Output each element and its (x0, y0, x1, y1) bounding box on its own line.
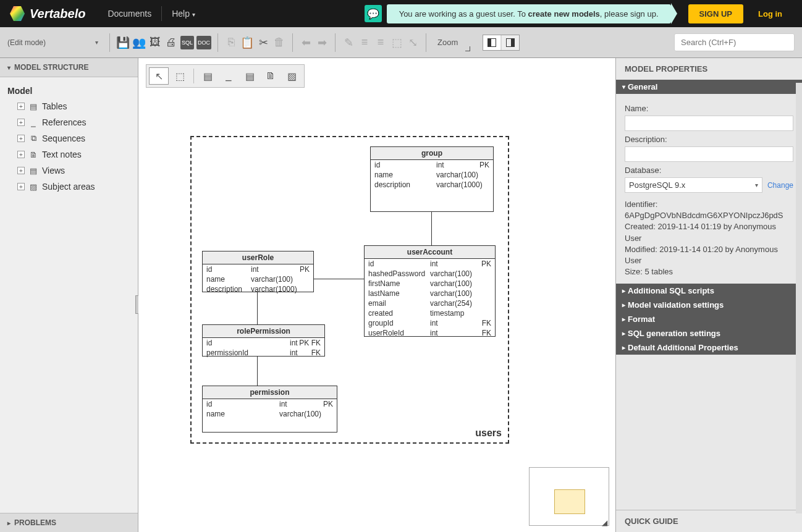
model-structure-header[interactable]: ▾MODEL STRUCTURE (0, 58, 138, 77)
image-icon[interactable]: 🖼 (148, 36, 162, 49)
identifier-label: Identifier: (625, 199, 793, 210)
expand-icon[interactable]: + (17, 119, 25, 126)
redo-icon[interactable]: ➡ (315, 36, 329, 49)
search-input[interactable] (674, 33, 795, 51)
table-rolepermission[interactable]: rolePermissionidintPK FKpermissionIdintF… (202, 324, 325, 357)
align-right-icon[interactable]: ≡ (374, 36, 387, 49)
save-icon[interactable]: 💾 (116, 36, 130, 49)
table-tool[interactable]: ▤ (198, 67, 217, 85)
nav-documents[interactable]: Documents (98, 9, 161, 19)
chat-icon[interactable]: 💬 (365, 5, 382, 22)
distribute-icon[interactable]: ⬚ (390, 36, 403, 49)
database-select[interactable]: PostgreSQL 9.x▾ (625, 177, 762, 193)
section-sql-generation-settings[interactable]: ▸SQL generation settings (616, 326, 802, 340)
toolbar: (Edit mode)▾ 💾 👥 🖼 🖨 SQL DOC ⎘ 📋 ✂ 🗑 ⬅ ➡… (0, 27, 802, 58)
marquee-tool[interactable]: ⬚ (170, 67, 190, 85)
tree-root[interactable]: Model (5, 83, 133, 98)
note-tool[interactable]: 🗎 (261, 67, 281, 85)
brand-text: Vertabelo (30, 7, 85, 21)
created-text: Created: 2019-11-14 01:19 by Anonymous U… (625, 221, 793, 243)
view-right-panel-button[interactable] (502, 35, 519, 50)
table-useraccount[interactable]: userAccountidintPKhashedPasswordvarchar(… (364, 245, 496, 337)
tree-item-views[interactable]: +▤Views (5, 163, 133, 179)
modified-text: Modified: 2019-11-14 01:20 by Anonymous … (625, 244, 793, 266)
database-label: Database: (625, 166, 793, 175)
tree-item-label: Tables (42, 101, 67, 111)
canvas-toolbar: ↖ ⬚ ▤ ⎯ ▤ 🗎 ▨ (146, 64, 305, 88)
expand-icon[interactable]: + (17, 183, 25, 190)
tree-item-text-notes[interactable]: +🗎Text notes (5, 146, 133, 163)
description-label: Description: (625, 135, 793, 144)
table-column: permissionIdintFK (203, 348, 324, 358)
area-tool[interactable]: ▨ (282, 67, 302, 85)
view-tool[interactable]: ▤ (240, 67, 260, 85)
connector (431, 212, 432, 245)
arrange-icon[interactable]: ⤡ (406, 36, 420, 49)
zoom-label[interactable]: Zoom (433, 38, 463, 47)
table-permission[interactable]: permissionidintPKnamevarchar(100) (202, 386, 337, 433)
section-additional-sql-scripts[interactable]: ▸Additional SQL scripts (616, 284, 802, 298)
name-field[interactable] (625, 116, 793, 131)
guest-banner: 💬 You are working as a guest user. To cr… (365, 4, 792, 23)
banner-text: You are working as a guest user. To crea… (387, 4, 671, 23)
sql-icon[interactable]: SQL (180, 36, 194, 49)
tree-item-subject-areas[interactable]: +▨Subject areas (5, 179, 133, 195)
section-model-validation-settings[interactable]: ▸Model validation settings (616, 298, 802, 312)
minimap[interactable]: ◢ (529, 467, 609, 526)
section-default-additional-properties[interactable]: ▸Default Additional Properties (616, 340, 802, 355)
zoom-resize-icon[interactable] (465, 46, 470, 51)
table-column: idintPK FK (203, 338, 324, 348)
tree-item-icon: ▤ (28, 102, 38, 111)
align-left-icon[interactable]: ≡ (358, 36, 371, 49)
signup-button[interactable]: SIGN UP (688, 4, 743, 23)
connector (257, 357, 258, 386)
top-header: Vertabelo Documents Help ▾ 💬 You are wor… (0, 0, 802, 27)
tree-item-references[interactable]: +⎯References (5, 114, 133, 130)
table-group[interactable]: groupidintPKnamevarchar(100)descriptionv… (370, 146, 494, 212)
tree-item-sequences[interactable]: +⧉Sequences (5, 130, 133, 146)
logo[interactable]: Vertabelo (10, 6, 85, 21)
minimap-viewport[interactable] (554, 489, 585, 514)
expand-icon[interactable]: + (17, 167, 25, 174)
nav-help[interactable]: Help ▾ (162, 9, 205, 19)
table-userrole[interactable]: userRoleidintPKnamevarchar(100)descripti… (202, 251, 314, 292)
scrollbar[interactable] (796, 83, 802, 513)
cut-icon[interactable]: ✂ (256, 36, 270, 49)
properties-panel: MODEL PROPERTIES ▾General Name: Descript… (615, 58, 802, 532)
problems-header[interactable]: ▸PROBLEMS (0, 513, 138, 532)
quick-guide-header[interactable]: QUICK GUIDE (616, 510, 802, 532)
expand-icon[interactable]: + (17, 103, 25, 110)
expand-icon[interactable]: + (17, 135, 25, 142)
properties-title: MODEL PROPERTIES (616, 58, 802, 80)
edit-mode-label[interactable]: (Edit mode)▾ (7, 38, 98, 47)
tree-item-tables[interactable]: +▤Tables (5, 98, 133, 114)
pointer-tool[interactable]: ↖ (149, 67, 169, 85)
canvas[interactable]: ↖ ⬚ ▤ ⎯ ▤ 🗎 ▨ users groupidintPKnamevarc… (138, 58, 615, 532)
expand-icon[interactable]: + (17, 151, 25, 158)
name-label: Name: (625, 104, 793, 113)
change-link[interactable]: Change (767, 181, 793, 190)
view-left-panel-button[interactable] (483, 35, 500, 50)
undo-icon[interactable]: ⬅ (299, 36, 313, 49)
table-header: group (371, 147, 493, 160)
print-icon[interactable]: 🖨 (164, 36, 178, 49)
edit-icon[interactable]: ✎ (342, 36, 355, 49)
table-column: idintPK (365, 259, 495, 269)
identifier-value: 6APgDgPOVbNBdcdmG6XPYONIpczJ6pdS (625, 210, 793, 221)
general-body: Name: Description: Database: PostgreSQL … (616, 94, 802, 284)
doc-icon[interactable]: DOC (196, 36, 211, 49)
connector (257, 292, 258, 324)
share-icon[interactable]: 👥 (132, 36, 146, 49)
paste-icon[interactable]: 📋 (240, 36, 254, 49)
login-link[interactable]: Log in (748, 9, 792, 19)
copy-icon[interactable]: ⎘ (224, 36, 238, 49)
section-general[interactable]: ▾General (616, 80, 802, 94)
table-header: permission (203, 386, 337, 399)
table-column: emailvarchar(254) (365, 298, 495, 308)
description-field[interactable] (625, 146, 793, 162)
reference-tool[interactable]: ⎯ (219, 67, 238, 85)
section-format[interactable]: ▸Format (616, 312, 802, 326)
delete-icon[interactable]: 🗑 (272, 36, 286, 49)
minimap-resize-icon[interactable]: ◢ (602, 518, 609, 526)
model-tree: Model +▤Tables+⎯References+⧉Sequences+🗎T… (0, 77, 138, 513)
